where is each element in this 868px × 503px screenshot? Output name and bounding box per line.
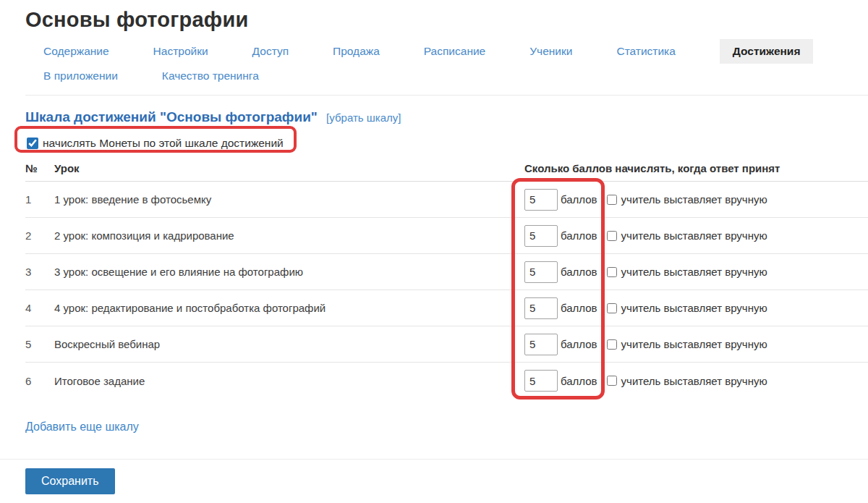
manual-grade-label: учитель выставляет вручную	[621, 338, 767, 350]
manual-grade-label: учитель выставляет вручную	[621, 302, 767, 314]
manual-grade-label: учитель выставляет вручную	[621, 229, 767, 242]
tab-row-2: В приложении Качество тренинга	[43, 64, 868, 88]
points-cell: баллов учитель выставляет вручную	[524, 370, 868, 392]
save-button[interactable]: Сохранить	[25, 468, 115, 494]
tab-settings[interactable]: Настройки	[153, 39, 208, 64]
points-unit-label: баллов	[561, 266, 597, 278]
remove-scale-link[interactable]: [убрать шкалу]	[326, 111, 401, 124]
manual-grade-label: учитель выставляет вручную	[621, 375, 767, 387]
coins-checkbox-row: начислять Монеты по этой шкале достижени…	[25, 137, 868, 150]
points-input[interactable]	[524, 261, 558, 283]
points-unit-label: баллов	[561, 338, 597, 350]
points-unit-label: баллов	[561, 193, 597, 206]
points-unit-label: баллов	[561, 375, 597, 387]
coins-checkbox[interactable]	[27, 138, 38, 149]
table-row: 3 3 урок: освещение и его влияние на фот…	[25, 254, 868, 290]
page-title: Основы фотографии	[0, 0, 868, 32]
tab-in-app[interactable]: В приложении	[43, 64, 118, 88]
points-cell: баллов учитель выставляет вручную	[524, 261, 868, 283]
tab-achievements[interactable]: Достижения	[720, 39, 814, 64]
tab-sales[interactable]: Продажа	[333, 39, 380, 64]
manual-grade-checkbox[interactable]	[607, 303, 617, 313]
tab-training-quality[interactable]: Качество тренинга	[162, 64, 259, 88]
points-input[interactable]	[524, 225, 558, 247]
header-lesson: Урок	[54, 162, 524, 174]
row-number: 1	[25, 193, 54, 206]
points-cell: баллов учитель выставляет вручную	[524, 189, 868, 211]
points-unit-label: баллов	[561, 302, 597, 314]
lesson-title: 1 урок: введение в фотосьемку	[54, 193, 524, 206]
manual-grade-checkbox[interactable]	[607, 231, 617, 241]
manual-grade-checkbox[interactable]	[607, 195, 617, 205]
coins-checkbox-label: начислять Монеты по этой шкале достижени…	[43, 137, 284, 150]
tab-access[interactable]: Доступ	[252, 39, 289, 64]
manual-grade-checkbox[interactable]	[607, 376, 617, 386]
table-row: 2 2 урок: композиция и кадрирование балл…	[25, 218, 868, 254]
table-header-row: № Урок Сколько баллов начислять, когда о…	[25, 162, 868, 182]
table-row: 5 Воскресный вебинар баллов учитель выст…	[25, 326, 868, 363]
table-row: 4 4 урок: редактирование и постобработка…	[25, 290, 868, 326]
page: Основы фотографии Содержание Настройки Д…	[0, 0, 868, 503]
add-scale-link[interactable]: Добавить еще шкалу	[25, 420, 139, 434]
manual-grade-checkbox[interactable]	[607, 267, 617, 277]
header-points: Сколько баллов начислять, когда ответ пр…	[524, 162, 868, 174]
row-number: 5	[25, 338, 54, 350]
points-input[interactable]	[524, 189, 558, 211]
tab-contents[interactable]: Содержание	[43, 39, 109, 64]
points-cell: баллов учитель выставляет вручную	[524, 334, 868, 355]
points-input[interactable]	[524, 370, 558, 392]
manual-grade-label: учитель выставляет вручную	[621, 193, 767, 206]
manual-grade-checkbox[interactable]	[607, 339, 617, 350]
tabs-divider	[25, 95, 868, 96]
scale-heading: Шкала достижений "Основы фотографии" [уб…	[25, 109, 868, 126]
row-number: 3	[25, 266, 54, 278]
tab-students[interactable]: Ученики	[529, 39, 572, 64]
points-cell: баллов учитель выставляет вручную	[524, 297, 868, 319]
points-input[interactable]	[524, 334, 558, 355]
lesson-title: 2 урок: композиция и кадрирование	[54, 229, 524, 242]
row-number: 4	[25, 302, 54, 314]
lesson-title: 3 урок: освещение и его влияние на фотог…	[54, 266, 524, 278]
header-num: №	[25, 162, 54, 174]
points-input[interactable]	[524, 297, 558, 319]
tab-bar: Содержание Настройки Доступ Продажа Расп…	[43, 39, 868, 88]
manual-grade-label: учитель выставляет вручную	[621, 266, 767, 278]
points-cell: баллов учитель выставляет вручную	[524, 225, 868, 247]
row-number: 2	[25, 229, 54, 242]
table-row: 1 1 урок: введение в фотосьемку баллов у…	[25, 182, 868, 218]
lesson-title: Итоговое задание	[54, 375, 524, 387]
lesson-title: 4 урок: редактирование и постобработка ф…	[54, 302, 524, 314]
tab-row-1: Содержание Настройки Доступ Продажа Расп…	[43, 39, 868, 64]
footer-divider	[0, 459, 868, 460]
table-body: 1 1 урок: введение в фотосьемку баллов у…	[25, 182, 868, 399]
scale-title: Шкала достижений "Основы фотографии"	[25, 109, 318, 124]
tab-schedule[interactable]: Расписание	[424, 39, 485, 64]
lesson-title: Воскресный вебинар	[54, 338, 524, 350]
tab-statistics[interactable]: Статистика	[616, 39, 675, 64]
table-row: 6 Итоговое задание баллов учитель выстав…	[25, 363, 868, 399]
row-number: 6	[25, 375, 54, 387]
points-unit-label: баллов	[561, 229, 597, 242]
lessons-table: № Урок Сколько баллов начислять, когда о…	[25, 162, 868, 399]
achievements-section: Шкала достижений "Основы фотографии" [уб…	[25, 109, 868, 434]
